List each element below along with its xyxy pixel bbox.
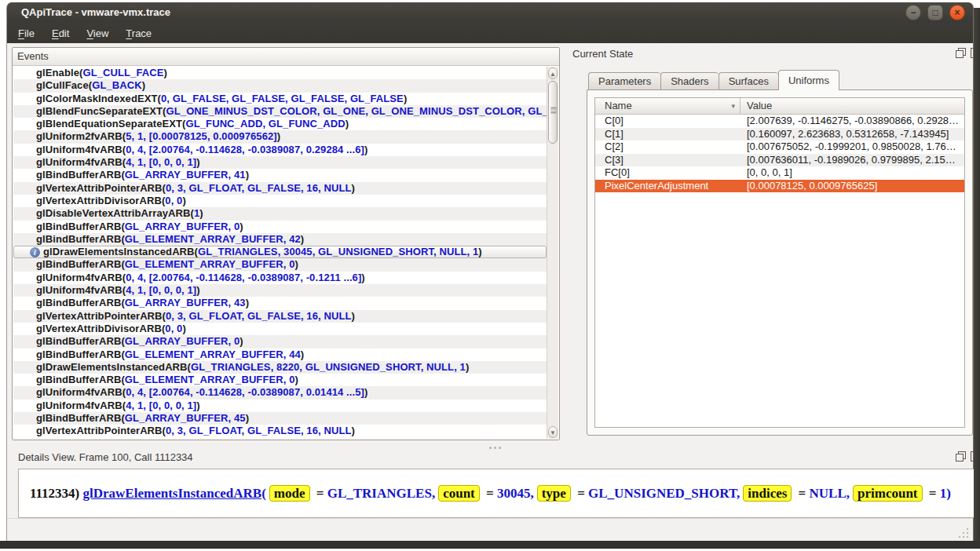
tab-uniforms[interactable]: Uniforms [778,70,839,90]
event-row[interactable]: glVertexAttribPointerARB(0, 3, GL_FLOAT,… [13,310,547,323]
scroll-down-icon[interactable]: ▼ [548,426,558,438]
details-call-box: 1112334) glDrawElementsInstancedARB(mode… [18,469,975,518]
window-edge-bottom [0,541,980,549]
state-tabs: ParametersShadersSurfacesUniforms [588,71,839,90]
event-row[interactable]: glUniform4fvARB(4, 1, [0, 0, 0, 1]) [13,284,547,297]
resize-grip[interactable] [956,526,968,538]
details-call-line: 1112334) glDrawElementsInstancedARB(mode… [30,486,951,502]
menu-edit[interactable]: Edit [52,27,69,39]
tab-parameters[interactable]: Parameters [588,72,660,90]
tab-shaders[interactable]: Shaders [660,72,718,90]
table-row[interactable]: C[0][2.007639, -0.1146275, -0.03890866, … [595,115,964,128]
events-list: glEnable(GL_CULL_FACE)glCullFace(GL_BACK… [13,67,547,439]
current-state-title: Current State [572,48,633,60]
event-row[interactable]: glBindBufferARB(GL_ARRAY_BUFFER, 0) [13,335,547,348]
event-row[interactable]: glDrawElementsInstancedARB(GL_TRIANGLES,… [13,361,547,374]
uniforms-table: Name ▾ Value C[0][2.007639, -0.1146275, … [594,97,965,428]
table-row[interactable]: PixelCenterAdjustment[0.00078125, 0.0009… [595,180,964,193]
event-row[interactable]: glBindBufferARB(GL_ARRAY_BUFFER, 43) [13,297,547,309]
event-row[interactable]: iglDrawElementsInstancedARB(GL_TRIANGLES… [13,246,547,258]
event-row[interactable]: glBlendEquationSeparateEXT(GL_FUNC_ADD, … [13,118,547,130]
param-name-chip: mode [269,485,310,502]
event-row[interactable]: glVertexAttribPointerARB(0, 3, GL_FLOAT,… [13,182,547,195]
uniforms-table-header: Name ▾ Value [595,98,964,115]
table-row[interactable]: C[1][0.160097, 2.623683, 0.5312658, -7.1… [595,128,964,141]
event-row[interactable]: glUniform4fvARB(0, 4, [2.00764, -0.11462… [13,386,547,399]
window-shadow-right [974,8,980,549]
event-row[interactable]: glVertexAttribDivisorARB(0, 0) [13,323,547,335]
float-dock-icon[interactable] [956,48,966,58]
event-row[interactable]: glCullFace(GL_BACK) [13,79,547,92]
window-controls: − □ × [905,5,965,20]
details-view-title: Details View. Frame 100, Call 1112334 [18,451,193,463]
menu-bar: FileEditViewTrace [7,23,973,43]
events-panel-title: Events [13,48,559,66]
table-row[interactable]: C[3][0.007636011, -0.1989026, 0.9799895,… [595,154,964,167]
event-row[interactable]: glBindBufferARB(GL_ELEMENT_ARRAY_BUFFER,… [13,374,547,386]
event-row[interactable]: glColorMaskIndexedEXT(0, GL_FALSE, GL_FA… [13,93,547,105]
scrollbar-thumb[interactable] [548,81,558,144]
event-row[interactable]: glEnable(GL_CULL_FACE) [13,67,547,79]
param-name-chip: indices [743,485,792,502]
param-name-chip: count [438,485,480,502]
event-row[interactable]: glUniform2fvARB(5, 1, [0.00078125, 0.000… [13,130,547,143]
scroll-up-icon[interactable]: ▲ [548,68,558,79]
event-row[interactable]: glUniform4fvARB(4, 1, [0, 0, 0, 1]) [13,400,547,412]
menu-view[interactable]: View [86,27,108,39]
event-row[interactable]: glBindBufferARB(GL_ARRAY_BUFFER, 45) [13,412,547,425]
table-row[interactable]: C[2][0.007675052, -0.1999201, 0.9850028,… [595,140,964,154]
uniforms-tab-panel: Name ▾ Value C[0][2.007639, -0.1146275, … [587,89,973,436]
titlebar[interactable]: QApiTrace - vmware-vmx.trace − □ × [7,2,973,23]
event-row[interactable]: glDisableVertexAttribArrayARB(1) [13,207,547,220]
menu-file[interactable]: File [18,27,35,39]
event-row[interactable]: glBlendFuncSeparateEXT(GL_ONE_MINUS_DST_… [13,105,547,118]
param-name-chip: type [537,485,571,502]
event-row[interactable]: glUniform4fvARB(0, 4, [2.00764, -0.11462… [13,272,547,284]
event-row[interactable]: glUniform4fvARB(4, 1, [0, 0, 0, 1]) [13,156,547,169]
event-row[interactable]: glUniform4fvARB(0, 4, [2.00764, -0.11462… [13,144,547,156]
event-row[interactable]: glBindBufferARB(GL_ARRAY_BUFFER, 41) [13,169,547,181]
window-title: QApiTrace - vmware-vmx.trace [21,2,170,23]
sort-descending-icon[interactable]: ▾ [731,98,735,114]
event-row[interactable]: glVertexAttribDivisorARB(0, 0) [13,195,547,207]
event-row[interactable]: glBindBufferARB(GL_ELEMENT_ARRAY_BUFFER,… [13,258,547,271]
event-row[interactable]: glBindBufferARB(GL_ELEMENT_ARRAY_BUFFER,… [13,348,547,361]
info-icon: i [30,247,40,257]
maximize-button[interactable]: □ [927,5,943,20]
column-header-value[interactable]: Value [740,98,964,114]
status-bar [7,518,973,541]
param-name-chip: primcount [853,485,923,502]
close-button[interactable]: × [949,5,965,20]
events-scrollbar[interactable]: ▲ ▼ [547,67,558,439]
minimize-button[interactable]: − [905,5,921,20]
call-function-link[interactable]: glDrawElementsInstancedARB [83,486,262,501]
column-header-name[interactable]: Name ▾ [595,98,740,114]
tab-surfaces[interactable]: Surfaces [719,72,778,90]
event-row[interactable]: glBindBufferARB(GL_ELEMENT_ARRAY_BUFFER,… [13,233,547,246]
table-row[interactable]: FC[0][0, 0, 0, 1] [595,166,964,180]
event-row[interactable]: glBindBufferARB(GL_ARRAY_BUFFER, 0) [13,221,547,233]
event-row[interactable]: glVertexAttribPointerARB(0, 3, GL_FLOAT,… [13,425,547,437]
events-panel: Events glEnable(GL_CULL_FACE)glCullFace(… [12,47,560,440]
float-dock-icon[interactable] [956,451,966,462]
app-window: QApiTrace - vmware-vmx.trace − □ × FileE… [6,2,974,541]
splitter-handle[interactable] [489,447,510,450]
menu-trace[interactable]: Trace [126,27,152,39]
